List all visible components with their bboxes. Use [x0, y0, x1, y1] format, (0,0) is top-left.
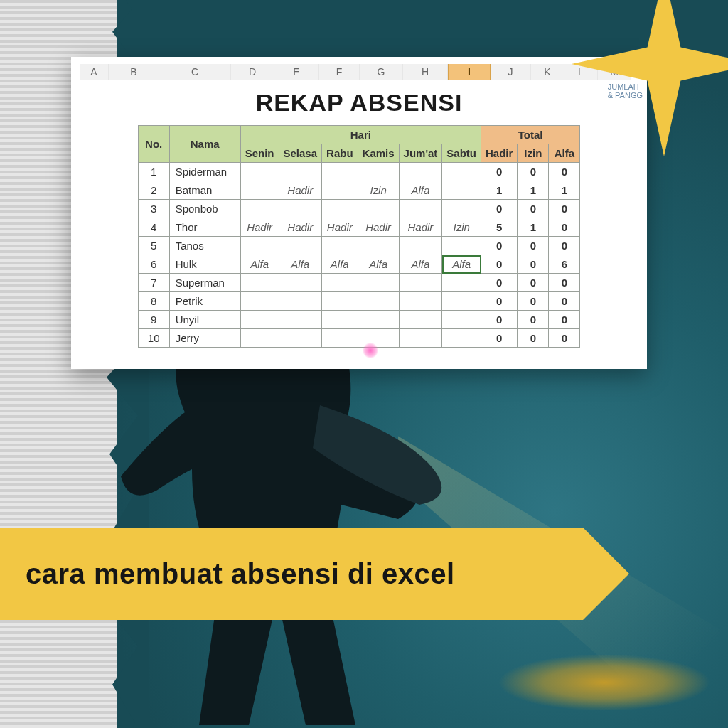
cell-day[interactable]: Izin	[442, 218, 481, 237]
cell-day[interactable]	[442, 163, 481, 181]
cell-day[interactable]	[358, 274, 399, 292]
cell-no[interactable]: 1	[138, 163, 169, 181]
cell-day[interactable]	[322, 292, 358, 311]
cell-day[interactable]: Alfa	[399, 255, 442, 274]
cell-total[interactable]: 0	[549, 237, 580, 255]
cell-day[interactable]	[399, 274, 442, 292]
cell-day[interactable]	[240, 292, 279, 311]
cell-total[interactable]: 0	[518, 311, 549, 329]
cell-total[interactable]: 0	[549, 218, 580, 237]
cell-no[interactable]: 9	[138, 311, 169, 329]
cell-total[interactable]: 0	[481, 237, 518, 255]
cell-total[interactable]: 1	[518, 218, 549, 237]
cell-name[interactable]: Jerry	[169, 329, 240, 348]
cell-day[interactable]	[322, 329, 358, 348]
cell-day[interactable]	[358, 237, 399, 255]
cell-day[interactable]	[399, 292, 442, 311]
cell-total[interactable]: 0	[518, 292, 549, 311]
col-letter[interactable]: G	[360, 64, 403, 80]
cell-day[interactable]	[322, 200, 358, 218]
cell-day[interactable]	[442, 181, 481, 200]
cell-day[interactable]: Izin	[358, 181, 399, 200]
col-letter[interactable]: F	[319, 64, 360, 80]
cell-no[interactable]: 6	[138, 255, 169, 274]
col-letter[interactable]: B	[109, 64, 159, 80]
cell-day[interactable]	[322, 181, 358, 200]
cell-day[interactable]	[358, 292, 399, 311]
col-letter[interactable]: I	[448, 64, 491, 80]
cell-day[interactable]: Alfa	[399, 181, 442, 200]
cell-no[interactable]: 3	[138, 200, 169, 218]
cell-no[interactable]: 7	[138, 274, 169, 292]
cell-total[interactable]: 0	[481, 163, 518, 181]
cell-total[interactable]: 0	[481, 311, 518, 329]
col-letter[interactable]: E	[274, 64, 319, 80]
cell-day[interactable]	[358, 163, 399, 181]
cell-day[interactable]	[399, 311, 442, 329]
cell-total[interactable]: 1	[481, 181, 518, 200]
col-letter[interactable]: H	[403, 64, 448, 80]
cell-day[interactable]	[442, 311, 481, 329]
cell-day[interactable]: Alfa	[240, 255, 279, 274]
col-letter[interactable]: A	[80, 64, 109, 80]
cell-day[interactable]	[240, 311, 279, 329]
cell-no[interactable]: 4	[138, 218, 169, 237]
cell-day[interactable]	[322, 237, 358, 255]
cell-day[interactable]	[240, 274, 279, 292]
cell-day[interactable]: Hadir	[358, 218, 399, 237]
cell-total[interactable]: 1	[549, 181, 580, 200]
cell-day[interactable]	[399, 237, 442, 255]
cell-total[interactable]: 0	[481, 292, 518, 311]
col-letter[interactable]: D	[231, 64, 274, 80]
cell-name[interactable]: Spiderman	[169, 163, 240, 181]
cell-day[interactable]	[442, 292, 481, 311]
cell-day[interactable]	[240, 237, 279, 255]
cell-name[interactable]: Hulk	[169, 255, 240, 274]
cell-day[interactable]	[240, 181, 279, 200]
cell-total[interactable]: 0	[549, 200, 580, 218]
cell-day[interactable]: Hadir	[279, 181, 322, 200]
cell-total[interactable]: 0	[481, 274, 518, 292]
cell-day[interactable]	[279, 292, 322, 311]
cell-day[interactable]	[358, 311, 399, 329]
cell-day[interactable]	[442, 274, 481, 292]
col-letter[interactable]: C	[159, 64, 231, 80]
cell-name[interactable]: Sponbob	[169, 200, 240, 218]
cell-total[interactable]: 0	[549, 329, 580, 348]
cell-day[interactable]: Hadir	[322, 218, 358, 237]
cell-total[interactable]: 1	[518, 181, 549, 200]
cell-total[interactable]: 0	[481, 329, 518, 348]
cell-day[interactable]: Alfa	[279, 255, 322, 274]
cell-day[interactable]	[279, 200, 322, 218]
cell-day[interactable]	[442, 237, 481, 255]
cell-total[interactable]: 0	[518, 274, 549, 292]
cell-day[interactable]	[322, 163, 358, 181]
cell-total[interactable]: 0	[518, 255, 549, 274]
cell-name[interactable]: Superman	[169, 274, 240, 292]
cell-day[interactable]: Hadir	[240, 218, 279, 237]
cell-day[interactable]	[240, 329, 279, 348]
cell-total[interactable]: 6	[549, 255, 580, 274]
cell-day[interactable]	[240, 163, 279, 181]
cell-day[interactable]	[399, 200, 442, 218]
cell-total[interactable]: 0	[481, 255, 518, 274]
cell-total[interactable]: 0	[518, 163, 549, 181]
cell-day[interactable]: Alfa	[442, 255, 481, 274]
cell-name[interactable]: Tanos	[169, 237, 240, 255]
cell-no[interactable]: 2	[138, 181, 169, 200]
cell-day[interactable]	[399, 163, 442, 181]
cell-total[interactable]: 0	[549, 163, 580, 181]
cell-total[interactable]: 0	[518, 329, 549, 348]
cell-day[interactable]	[322, 311, 358, 329]
cell-name[interactable]: Batman	[169, 181, 240, 200]
cell-total[interactable]: 0	[518, 237, 549, 255]
col-letter[interactable]: K	[531, 64, 564, 80]
cell-day[interactable]	[279, 237, 322, 255]
cell-day[interactable]	[399, 329, 442, 348]
cell-name[interactable]: Unyil	[169, 311, 240, 329]
cell-day[interactable]	[442, 200, 481, 218]
cell-total[interactable]: 0	[549, 292, 580, 311]
cell-day[interactable]: Alfa	[322, 255, 358, 274]
cell-no[interactable]: 8	[138, 292, 169, 311]
cell-name[interactable]: Thor	[169, 218, 240, 237]
